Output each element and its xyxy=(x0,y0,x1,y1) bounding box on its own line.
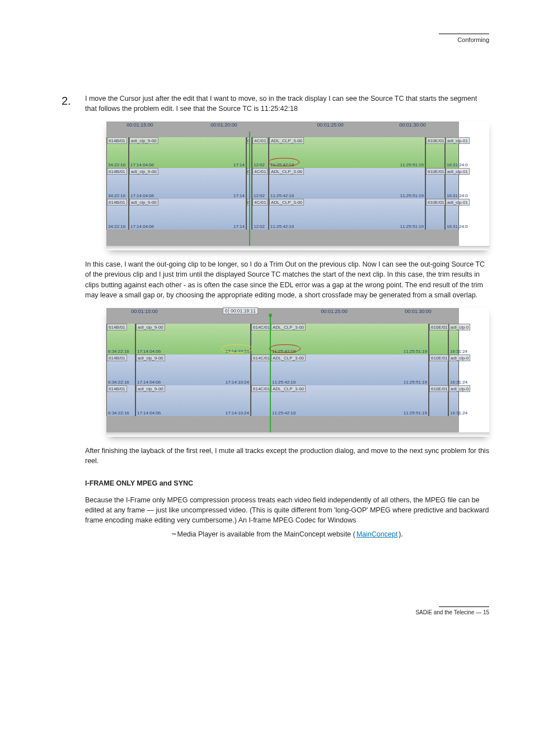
page-footer: SADiE and the Telecine — 15 xyxy=(62,609,489,615)
clip-id: 610E/01 xyxy=(426,137,446,144)
tc-out: 34:22:16 xyxy=(107,162,127,167)
clip-id: 614B/01 xyxy=(107,137,127,144)
ruler-mark: 00:01:15:00 xyxy=(131,309,158,314)
tc-in: 12:02 xyxy=(252,162,266,167)
tc-out: 17:14 xyxy=(232,162,246,167)
track-row: 614B/01 34:22:16 adl_clp_9-00 17:14:04:0… xyxy=(106,137,459,168)
footer-rule xyxy=(439,606,489,607)
clip-id: 614B/01 xyxy=(107,168,127,175)
mainconcept-link[interactable]: MainConcept xyxy=(357,529,398,539)
paragraph-4a: Because the I-Frame only MPEG compressio… xyxy=(85,496,489,524)
ruler-mark: 00:01:15:00 xyxy=(127,122,153,128)
track-row: 614B/01 34:22:16 adl_clp_9-00 17:14:04:0… xyxy=(106,199,459,230)
timeline-screenshot-2: 00:01:15:00 00:01:25:00 00:01:30:00 0 00… xyxy=(106,308,489,437)
clip-name: adl_clp-01 xyxy=(446,137,470,144)
tc-out: 11:25:51:19 xyxy=(399,162,425,167)
paragraph-1: I move the Cursor just after the edit th… xyxy=(85,94,489,114)
playhead[interactable] xyxy=(270,316,271,432)
paragraph-3: After finishing the layback of the first… xyxy=(85,446,489,466)
section-heading: I-FRAME ONLY MPEG and SYNC xyxy=(85,478,489,488)
timeline-screenshot-1: 00:01:15:00 00:01:20:00 00:01:25:00 00:0… xyxy=(106,122,489,250)
section-number: 2. xyxy=(62,95,71,108)
ruler-mark: 00:01:25:00 xyxy=(317,122,344,128)
clip-id: 4C/01 xyxy=(252,137,268,144)
ruler-mark: 00:01:20:00 xyxy=(210,122,237,128)
time-ruler: 00:01:15:00 00:01:20:00 00:01:25:00 00:0… xyxy=(106,122,459,133)
tc-in: 11:25:42:18 xyxy=(269,162,295,167)
ruler-mark: 00:01:25:00 xyxy=(321,309,348,314)
tc-in: 17:14:04:06 xyxy=(129,162,155,167)
clip-name: adl_clp_9-00 xyxy=(129,137,158,144)
paragraph-4-span: Media Player is available from the MainC… xyxy=(177,529,355,539)
paragraph-4b: ). xyxy=(399,529,403,539)
header-rule xyxy=(439,34,489,34)
paragraph-4: Because the I-Frame only MPEG compressio… xyxy=(85,495,489,525)
tc-in: 16:31:24:0 xyxy=(446,162,469,167)
track-row: 614B/01 6:34:22:16 adl_clp_9-00 17:14:04… xyxy=(106,324,459,354)
cursor-tooltip: 00:01:19:11 xyxy=(228,307,258,314)
track-row: 614B/01 6:34:22:16 adl_clp_9-00 17:14:04… xyxy=(106,385,459,416)
ruler-mark: 00:01:30:00 xyxy=(405,309,432,314)
playhead[interactable] xyxy=(249,132,250,246)
clip-name: adl_clp_9-00 xyxy=(129,168,158,175)
clip-name: ADL_CLP_3-00 xyxy=(269,137,304,144)
ruler-mark: 00:01:30:00 xyxy=(399,122,426,128)
trademark-icon: ™ xyxy=(171,531,176,538)
track-row: 614B/01 6:34:22:16 adl_clp_9-00 17:14:04… xyxy=(106,354,459,385)
track-row: 614B/01 34:22:16 adl_clp_9-00 17:14:04:0… xyxy=(106,168,459,199)
time-ruler: 00:01:15:00 00:01:25:00 00:01:30:00 0 00… xyxy=(106,308,459,319)
page-header: Conforming xyxy=(62,36,489,43)
paragraph-2: In this case, I want the out-going clip … xyxy=(85,259,489,300)
